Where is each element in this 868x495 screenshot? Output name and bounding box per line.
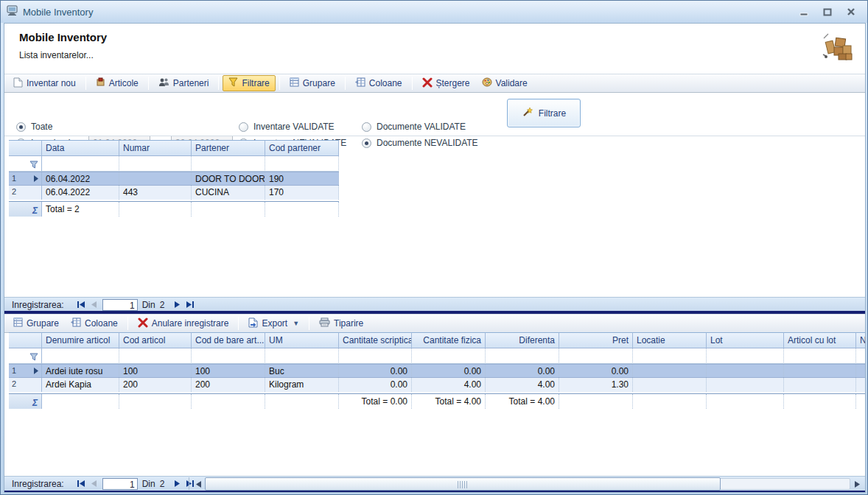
filter-cell[interactable] [559, 348, 633, 364]
close-button[interactable] [845, 7, 857, 17]
first-record-button[interactable] [74, 299, 88, 311]
column-header-cantitate-fizica[interactable]: Cantitate fizica [412, 332, 486, 348]
validare-button[interactable]: Validare [476, 75, 533, 91]
filter-funnel-icon[interactable] [9, 156, 42, 172]
filter-cell[interactable] [192, 348, 265, 364]
column-header-cod-bare[interactable]: Cod de bare art... [192, 332, 265, 348]
horizontal-scrollbar [193, 477, 862, 490]
grupare-button[interactable]: Grupare [284, 75, 341, 91]
sigma-icon: Σ [9, 394, 42, 409]
filtrare-toolbar-button[interactable]: Filtrare [223, 75, 275, 91]
delete-x-icon [138, 317, 148, 330]
next-record-button[interactable] [170, 478, 183, 490]
record-count: 2 [160, 479, 165, 489]
filter-cell-numar[interactable] [119, 156, 192, 172]
column-header-cantitate-scriptica[interactable]: Cantitate scriptica [339, 332, 412, 348]
minimize-button[interactable] [798, 7, 810, 17]
tiparire-button[interactable]: Tiparire [313, 315, 369, 331]
cell-denumire: Ardei Kapia [42, 378, 119, 392]
filter-cell[interactable] [707, 348, 784, 364]
cell-locatie [633, 378, 707, 392]
radio-documente-nevalidate[interactable]: Documente NEVALIDATE [362, 138, 478, 148]
filter-cell[interactable] [856, 348, 866, 364]
scroll-left-button[interactable] [193, 477, 203, 491]
last-record-button[interactable] [183, 299, 197, 311]
divider [189, 477, 189, 490]
coloane-button[interactable]: Coloane [349, 75, 408, 91]
radio-toate[interactable]: Toate [16, 122, 52, 132]
inventory-row-2[interactable]: 2 06.04.2022 443 CUCINA 170 [9, 186, 339, 200]
column-header-partener[interactable]: Partener [192, 140, 265, 156]
column-header-locatie[interactable]: Locatie [633, 332, 707, 348]
filter-cell[interactable] [633, 348, 707, 364]
filter-cell[interactable] [412, 348, 486, 364]
inventory-row-1[interactable]: 1 06.04.2022 DOOR TO DOOR 190 [9, 172, 339, 186]
column-header-um[interactable]: UM [265, 332, 339, 348]
record-number-input[interactable]: 1 [102, 299, 138, 311]
filter-cell-cod-partener[interactable] [265, 156, 339, 172]
filter-cell[interactable] [339, 348, 412, 364]
inventory-grid: Data Numar Partener Cod partener 1 06.04… [9, 140, 339, 217]
group-grid-icon [290, 77, 299, 89]
detail-row-2[interactable]: 2 Ardei Kapia 200 200 Kilogram 0.00 4.00… [9, 378, 866, 392]
previous-record-button[interactable] [88, 299, 101, 311]
cell-um: Kilogram [265, 378, 339, 392]
inventory-grid-header: Data Numar Partener Cod partener [9, 140, 339, 156]
cell-lot [707, 365, 784, 377]
radio-inventare-validate-label: Inventare VALIDATE [253, 122, 335, 132]
column-header-data[interactable]: Data [42, 140, 119, 156]
scrollbar-thumb[interactable] [205, 477, 721, 491]
column-header-cod-partener[interactable]: Cod partener [265, 140, 339, 156]
previous-record-button[interactable] [88, 478, 101, 490]
next-record-button[interactable] [170, 299, 183, 311]
radio-inventare-validate[interactable]: Inventare VALIDATE [239, 122, 335, 132]
restore-button[interactable] [822, 7, 833, 17]
detail-row-1[interactable]: 1 Ardei iute rosu 100 100 Buc 0.00 0.00 … [9, 364, 866, 378]
record-number-input[interactable]: 1 [102, 478, 138, 490]
column-header-cod-articol[interactable]: Cod articol [119, 332, 192, 348]
radio-documente-validate[interactable]: Documente VALIDATE [362, 122, 466, 132]
articole-button[interactable]: Articole [90, 75, 144, 91]
stergere-label: Ștergere [436, 78, 470, 88]
export-button[interactable]: Export ▼ [242, 315, 305, 332]
detail-grupare-button[interactable]: Grupare [7, 315, 65, 331]
cell-pret: 1.30 [559, 378, 633, 392]
anulare-inregistrare-button[interactable]: Anulare inregistrare [132, 315, 235, 332]
filter-funnel-icon[interactable] [9, 348, 42, 364]
cell-cod-bare: 200 [192, 378, 265, 392]
filter-cell-partener[interactable] [192, 156, 265, 172]
cell-cod-articol: 100 [119, 365, 192, 377]
column-header-diferenta[interactable]: Diferenta [486, 332, 559, 348]
stergere-button[interactable]: Ștergere [416, 75, 476, 92]
din-label: Din [142, 479, 155, 489]
filter-cell[interactable] [784, 348, 856, 364]
titlebar: Mobile Inventory [1, 1, 867, 23]
columns-grid-icon [355, 77, 365, 89]
detail-toolbar: Grupare Coloane Anulare inregistrare Exp… [4, 314, 865, 333]
filter-cell[interactable] [265, 348, 339, 364]
column-header-articol-cu-lot[interactable]: Articol cu lot [784, 332, 856, 348]
cell-articol-cu-lot [784, 365, 856, 377]
filter-cell[interactable] [42, 348, 119, 364]
chevron-down-icon[interactable]: ▼ [293, 320, 299, 327]
radio-documente-nevalidate-label: Documente NEVALIDATE [377, 138, 478, 148]
column-header-lot[interactable]: Lot [707, 332, 784, 348]
parteneri-button[interactable]: Parteneri [153, 75, 215, 91]
detail-coloane-button[interactable]: Coloane [65, 315, 124, 331]
column-header-numar[interactable]: Numar [119, 140, 192, 156]
filter-cell[interactable] [119, 348, 192, 364]
filtrare-toolbar-label: Filtrare [242, 78, 269, 88]
filtrare-action-button[interactable]: Filtrare [507, 99, 581, 127]
filter-cell-data[interactable] [42, 156, 119, 172]
filter-cell[interactable] [486, 348, 559, 364]
row-indicator-header [9, 140, 42, 156]
inventar-nou-button[interactable]: Inventar nou [7, 75, 82, 92]
column-header-pret[interactable]: Pret [559, 332, 633, 348]
detail-filter-row [9, 348, 866, 364]
column-header-denumire[interactable]: Denumire articol [42, 332, 119, 348]
tiparire-label: Tiparire [334, 318, 363, 329]
toolbar-separator [148, 77, 149, 90]
column-header-n[interactable]: N [856, 332, 866, 348]
first-record-button[interactable] [74, 478, 88, 490]
scroll-right-button[interactable] [852, 477, 862, 491]
